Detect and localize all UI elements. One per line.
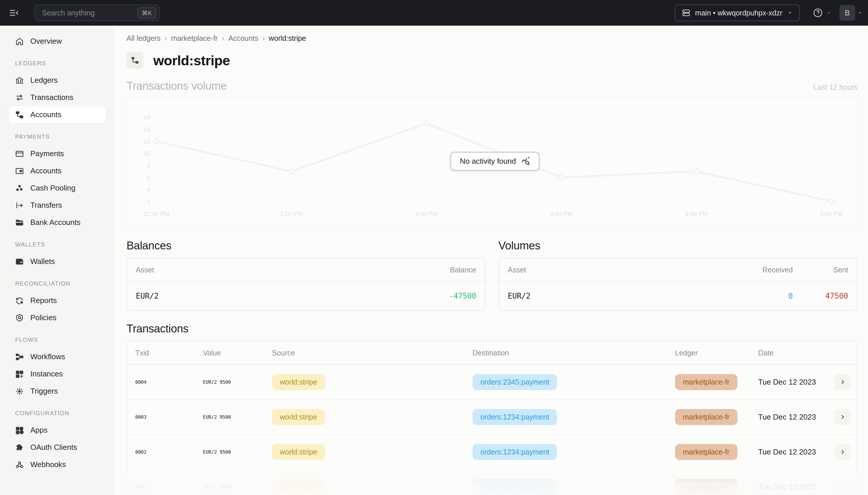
sidebar-item-label: Webhooks bbox=[30, 460, 66, 469]
no-activity-text: No activity found bbox=[460, 157, 516, 166]
app-root: Search anything ⌘K main • wkwqordpuhpx-x… bbox=[0, 0, 868, 495]
apps-icon bbox=[15, 426, 24, 435]
row-expand-button[interactable] bbox=[835, 444, 851, 460]
sidebar-item-overview[interactable]: Overview bbox=[9, 33, 106, 50]
sidebar-item-oauth-clients[interactable]: OAuth Clients bbox=[9, 439, 106, 456]
environment-selector[interactable]: main • wkwqordpuhpx-xdzr bbox=[675, 4, 800, 21]
breadcrumb-item-accounts[interactable]: Accounts bbox=[228, 34, 258, 42]
sidebar-item-transactions[interactable]: Transactions bbox=[9, 89, 106, 106]
destination-cell: orders:2345:payment bbox=[472, 374, 675, 390]
ledger-badge[interactable]: marketplace-fr bbox=[675, 409, 737, 425]
source-badge[interactable]: world:stripe bbox=[272, 374, 325, 390]
topbar: Search anything ⌘K main • wkwqordpuhpx-x… bbox=[0, 0, 868, 25]
column-header: Balance bbox=[450, 266, 476, 274]
volumes-title: Volumes bbox=[498, 239, 857, 252]
dots-cluster-icon bbox=[15, 184, 24, 192]
sidebar-item-triggers[interactable]: Triggers bbox=[9, 382, 106, 400]
table-row: 0004EUR/2 9500world:stripeorders:2345:pa… bbox=[127, 365, 857, 400]
wallet-card-icon bbox=[15, 167, 24, 175]
column-header: Asset bbox=[136, 266, 450, 274]
environment-label: main • wkwqordpuhpx-xdzr bbox=[695, 9, 782, 17]
sidebar-item-transfers[interactable]: Transfers bbox=[9, 197, 106, 214]
breadcrumb-item-all-ledgers[interactable]: All ledgers bbox=[127, 34, 161, 42]
search-input[interactable]: Search anything ⌘K bbox=[34, 5, 160, 21]
source-cell: world:stripe bbox=[272, 479, 472, 495]
home-icon bbox=[15, 37, 24, 46]
sidebar-item-label: Overview bbox=[30, 37, 62, 46]
volumes-card: Asset Received Sent EUR/2 0 47500 bbox=[498, 258, 857, 311]
source-badge[interactable]: world:stripe bbox=[272, 479, 325, 495]
sync-gear-icon bbox=[15, 296, 24, 305]
table-row[interactable]: EUR/2 -47500 bbox=[127, 282, 485, 310]
ledger-badge[interactable]: marketplace-fr bbox=[675, 479, 737, 495]
user-menu[interactable]: B bbox=[839, 5, 863, 21]
sidebar-item-apps[interactable]: Apps bbox=[9, 422, 106, 439]
breadcrumb-separator: › bbox=[262, 34, 265, 42]
destination-cell: orders:1234:payment bbox=[472, 409, 675, 425]
asset-cell: EUR/2 bbox=[508, 292, 729, 301]
sidebar-item-label: Accounts bbox=[30, 110, 62, 119]
sidebar-section-label: LEDGERS bbox=[9, 55, 106, 72]
transactions-title: Transactions bbox=[127, 323, 857, 335]
help-menu[interactable] bbox=[813, 7, 831, 18]
sidebar-item-label: Workflows bbox=[30, 352, 65, 361]
sidebar-collapse-button[interactable] bbox=[7, 6, 20, 19]
row-expand-button[interactable] bbox=[835, 374, 851, 390]
svg-text:2: 2 bbox=[147, 198, 150, 205]
chart-title: Transactions volume bbox=[127, 80, 227, 92]
breadcrumb: All ledgers›marketplace-fr›Accounts›worl… bbox=[127, 33, 857, 43]
received-value: 0 bbox=[729, 292, 793, 301]
sidebar-item-cash-pooling[interactable]: Cash Pooling bbox=[9, 180, 106, 197]
svg-text:14: 14 bbox=[144, 126, 151, 133]
sidebar-section-label: CONFIGURATION bbox=[9, 405, 106, 422]
bank-icon bbox=[15, 76, 24, 85]
svg-text:6: 6 bbox=[147, 174, 150, 181]
sidebar-item-ledgers[interactable]: Ledgers bbox=[9, 72, 106, 89]
sidebar-item-policies[interactable]: Policies bbox=[9, 309, 106, 326]
chevron-down-icon bbox=[857, 10, 863, 15]
destination-badge[interactable]: orders:1234:payment bbox=[472, 479, 557, 495]
sidebar-item-label: Triggers bbox=[30, 387, 58, 396]
chevron-right-icon bbox=[839, 483, 846, 490]
sidebar-item-bank-accounts[interactable]: Bank Accounts bbox=[9, 214, 106, 231]
column-header: Value bbox=[203, 349, 272, 357]
sidebar-item-accounts[interactable]: Accounts bbox=[9, 162, 106, 180]
spark-icon bbox=[15, 387, 24, 396]
svg-text:12: 12 bbox=[144, 138, 150, 144]
table-row[interactable]: EUR/2 0 47500 bbox=[499, 282, 857, 310]
row-expand-button[interactable] bbox=[835, 409, 851, 425]
source-badge[interactable]: world:stripe bbox=[272, 444, 325, 460]
ledger-badge[interactable]: marketplace-fr bbox=[675, 374, 737, 390]
breadcrumb-item-world-stripe: world:stripe bbox=[269, 34, 306, 42]
source-cell: world:stripe bbox=[272, 409, 472, 425]
topbar-right: main • wkwqordpuhpx-xdzr B bbox=[675, 4, 863, 21]
sidebar-item-accounts[interactable]: Accounts bbox=[9, 106, 106, 123]
value-cell: EUR/2 9500 bbox=[203, 414, 272, 420]
chart-search-icon bbox=[521, 157, 530, 166]
value-cell: EUR/2 9500 bbox=[203, 449, 272, 455]
webhook-icon bbox=[15, 460, 24, 469]
sidebar-section-label: RECONCILIATION bbox=[9, 275, 106, 292]
column-header: Asset bbox=[508, 266, 729, 274]
destination-badge[interactable]: orders:1234:payment bbox=[472, 444, 557, 460]
ledger-cell: marketplace-fr bbox=[675, 409, 758, 425]
ledger-cell: marketplace-fr bbox=[675, 374, 758, 390]
destination-badge[interactable]: orders:1234:payment bbox=[472, 409, 557, 425]
sidebar-item-instances[interactable]: Instances bbox=[9, 365, 106, 382]
sidebar-item-wallets[interactable]: Wallets bbox=[9, 253, 106, 270]
sidebar-item-label: Reports bbox=[30, 296, 57, 305]
sidebar-item-webhooks[interactable]: Webhooks bbox=[9, 456, 106, 473]
sidebar-item-label: Bank Accounts bbox=[30, 218, 81, 227]
date-cell: Tue Dec 12 2023 bbox=[758, 412, 824, 422]
destination-badge[interactable]: orders:2345:payment bbox=[472, 374, 557, 390]
ledger-badge[interactable]: marketplace-fr bbox=[675, 444, 737, 460]
stack-icon bbox=[682, 8, 690, 17]
breadcrumb-item-marketplace-fr[interactable]: marketplace-fr bbox=[171, 34, 218, 42]
source-badge[interactable]: world:stripe bbox=[272, 409, 325, 425]
balances-header: Asset Balance bbox=[127, 258, 485, 282]
sidebar-item-workflows[interactable]: Workflows bbox=[9, 348, 106, 365]
sidebar-item-payments[interactable]: Payments bbox=[9, 145, 106, 162]
chevron-right-icon bbox=[839, 448, 846, 455]
row-expand-button[interactable] bbox=[835, 479, 851, 495]
sidebar-item-reports[interactable]: Reports bbox=[9, 292, 106, 309]
